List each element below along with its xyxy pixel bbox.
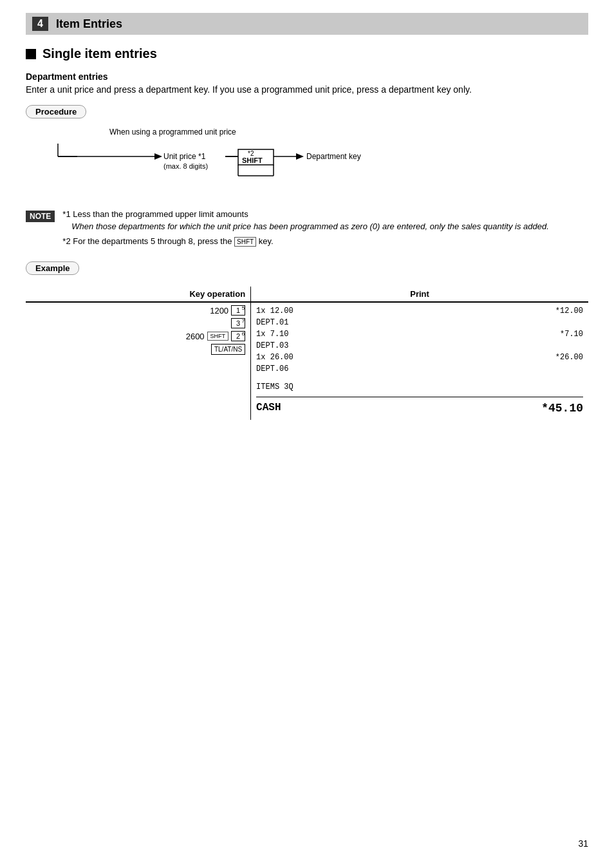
svg-text:Unit price *1: Unit price *1 — [163, 152, 206, 161]
black-square-icon — [26, 49, 36, 59]
key-box-2: 2 6 — [231, 331, 245, 341]
print-row-1: 1x 12.00 *12.00 — [256, 305, 583, 317]
svg-text:SHIFT: SHIFT — [242, 156, 263, 164]
print-total-row: CASH *45.10 — [256, 397, 583, 417]
svg-text:(max. 8 digits): (max. 8 digits) — [163, 162, 208, 170]
print-cell: 1x 12.00 *12.00 DEPT.01 1x 7.10 *7.10 DE… — [251, 302, 588, 420]
key-box-1: 1 5 — [231, 305, 245, 316]
dept-entries-section: Department entries Enter a unit price an… — [26, 71, 588, 95]
note-section: NOTE *1 Less than the programmed upper l… — [26, 209, 588, 249]
print-dept-01: DEPT.01 — [256, 317, 583, 328]
key-box-tl: TL/AT/NS — [211, 344, 245, 355]
shift-key-inline: SHFT — [234, 237, 256, 247]
note-line-1: *1 Less than the programmed upper limit … — [62, 209, 548, 219]
page-number: 31 — [578, 838, 588, 849]
col-print-header: Print — [251, 287, 588, 302]
flow-svg: Unit price *1 (max. 8 digits) *2 SHIFT D… — [39, 140, 425, 192]
svg-marker-11 — [296, 153, 304, 160]
note-line-3: *2 For the departments 5 through 8, pres… — [62, 236, 548, 246]
key-super-7: 7 — [242, 318, 245, 324]
key-super-6: 6 — [242, 331, 245, 337]
note-badge: NOTE — [26, 211, 55, 222]
key-op-2: 3 7 — [31, 318, 245, 328]
key-value-2600: 2600 — [186, 332, 205, 341]
key-value-1200: 1200 — [210, 306, 228, 316]
table-row: 1200 1 5 3 7 2600 SHFT — [26, 302, 588, 420]
note-content: *1 Less than the programmed upper limit … — [62, 209, 548, 249]
procedure-label: Procedure — [26, 105, 86, 118]
section-title: Item Entries — [56, 17, 122, 31]
note-line-2: When those departments for which the uni… — [71, 222, 548, 231]
print-cash-label: CASH — [256, 400, 281, 417]
key-op-3: 2600 SHFT 2 6 — [31, 331, 245, 341]
svg-marker-1 — [154, 153, 162, 160]
print-total-value: *45.10 — [541, 400, 583, 417]
section-number: 4 — [32, 17, 48, 31]
key-op-1: 1200 1 5 — [31, 305, 245, 316]
key-super-5: 5 — [242, 305, 245, 311]
example-label: Example — [26, 261, 79, 275]
print-row-2: 1x 7.10 *7.10 — [256, 328, 583, 340]
key-operations-cell: 1200 1 5 3 7 2600 SHFT — [26, 302, 251, 420]
dept-entries-description: Enter a unit price and press a departmen… — [26, 84, 588, 95]
key-box-3: 3 7 — [231, 318, 245, 328]
print-items-row: ITEMS 3Q — [256, 381, 583, 393]
flow-when-label: When using a programmed unit price — [109, 127, 588, 137]
print-dept-03: DEPT.03 — [256, 340, 583, 352]
col-key-header: Key operation — [26, 287, 251, 302]
key-op-4: TL/AT/NS — [31, 344, 245, 355]
print-area: 1x 12.00 *12.00 DEPT.01 1x 7.10 *7.10 DE… — [256, 305, 583, 417]
dept-entries-title: Department entries — [26, 71, 588, 82]
sub-heading: Single item entries — [26, 46, 588, 61]
flow-diagram: When using a programmed unit price Unit … — [39, 127, 588, 194]
key-box-shft: SHFT — [207, 332, 229, 341]
example-table: Key operation Print 1200 1 5 3 7 — [26, 287, 588, 420]
print-row-3: 1x 26.00 *26.00 — [256, 352, 583, 363]
svg-text:Department key: Department key — [306, 152, 361, 161]
section-header: 4 Item Entries — [26, 13, 588, 35]
print-dept-06: DEPT.06 — [256, 363, 583, 375]
